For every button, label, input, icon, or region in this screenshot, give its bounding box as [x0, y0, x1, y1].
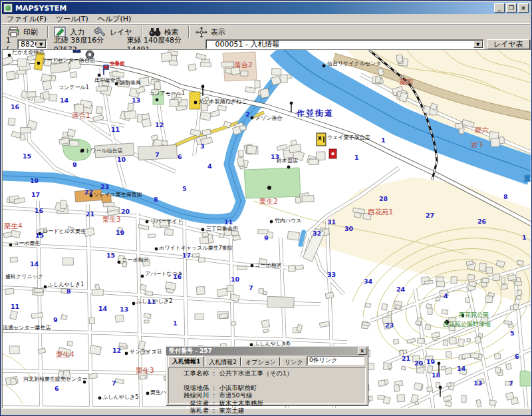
dialog-title: 受付番号 - 257 — [168, 347, 358, 355]
block-number: 32 — [313, 230, 321, 237]
area-label: 岩下 — [470, 140, 485, 148]
building — [501, 284, 508, 290]
building — [148, 234, 155, 238]
block-number: 15 — [35, 232, 44, 239]
maximize-button[interactable]: ❐ — [506, 3, 517, 13]
record-combo[interactable]: 000051 - 入札情報 ▼ — [205, 39, 484, 49]
block-number: 4 — [207, 162, 212, 170]
block-number: 11 — [147, 298, 156, 306]
block-number: 5 — [510, 329, 515, 337]
layer-display-button[interactable]: レイヤ表示 — [487, 39, 530, 49]
building — [281, 75, 287, 83]
building — [442, 310, 448, 314]
bid-info-dialog[interactable]: 受付番号 - 257 × 入札情報1 入札情報2 オプション リンク 0件リンク… — [166, 346, 368, 406]
poi-label: コーポ相沢 — [255, 262, 281, 268]
building — [309, 159, 318, 165]
bus-stop-flag-fill — [104, 66, 108, 69]
block-number: 9 — [264, 234, 269, 242]
block-number: 17 — [182, 252, 191, 259]
poi-label: 竹内ハウス — [275, 218, 302, 224]
area-label: 西花苑1 — [368, 208, 393, 216]
poi-label: ソレイユ栗生保育園 — [94, 192, 142, 198]
window-title: MAPSYSTEM — [15, 4, 493, 13]
block-number: 19 — [116, 229, 124, 236]
block-number: 12 — [112, 347, 121, 354]
building — [504, 321, 512, 325]
block-number: 1 — [381, 136, 386, 144]
building — [396, 55, 403, 63]
building — [495, 367, 501, 373]
navigation-row: 1 / 8826 ▼ 北緯 38度16分07672 東経 140度48分1449… — [2, 39, 530, 49]
block-number: 17 — [31, 191, 40, 198]
building — [288, 265, 295, 272]
building — [267, 296, 295, 308]
block-number: 16 — [173, 273, 182, 280]
menu-tools[interactable]: ツール(T) — [51, 13, 93, 25]
poi-dot — [141, 275, 144, 278]
poi-label: サンライズ荘 — [130, 349, 162, 355]
minimize-button[interactable]: _ — [494, 3, 505, 13]
poi-dot — [44, 286, 47, 289]
tab-bid-info1[interactable]: 入札情報1 — [168, 356, 204, 367]
building — [142, 118, 151, 127]
building — [8, 118, 15, 126]
menu-file[interactable]: ファイル(F) — [2, 13, 51, 25]
chevron-down-icon[interactable]: ▼ — [37, 41, 46, 48]
building — [196, 287, 205, 295]
menu-bar: ファイル(F) ツール(T) ヘルプ(H) — [2, 14, 530, 24]
title-bar[interactable]: MAPSYSTEM _ ❐ × — [2, 2, 530, 14]
building — [271, 69, 281, 76]
poi-dot — [201, 228, 205, 232]
tab-options[interactable]: オプション — [241, 357, 280, 366]
dialog-title-bar[interactable]: 受付番号 - 257 × — [166, 347, 368, 355]
building — [478, 333, 483, 337]
building — [414, 383, 422, 391]
building — [164, 229, 173, 236]
block-number: 9 — [72, 161, 77, 168]
building — [96, 87, 108, 91]
building — [241, 71, 248, 77]
tab-bid-info2[interactable]: 入札情報2 — [205, 357, 241, 366]
building — [428, 308, 432, 314]
poi-label: 調剤薬局 — [120, 80, 141, 86]
building — [17, 59, 27, 67]
bus-stop-label: 交番前 — [109, 61, 125, 67]
block-number: 21 — [86, 210, 94, 218]
poi-dot — [125, 352, 128, 355]
street-label: 作並街道 — [296, 108, 334, 118]
building — [479, 263, 487, 272]
building — [90, 345, 101, 355]
block-number: 12 — [155, 121, 164, 128]
block-number: 21 — [402, 355, 410, 362]
poi-label: コンテール1 — [59, 85, 89, 91]
poi-label: ふしんやしき5 — [102, 394, 138, 400]
page-number-combo[interactable]: 8826 ▼ — [17, 39, 47, 49]
park-corner — [520, 371, 531, 386]
area-label: 栗生2 — [259, 197, 278, 205]
dialog-close-icon[interactable]: × — [358, 347, 366, 355]
building — [482, 278, 489, 283]
building — [43, 91, 49, 99]
building — [382, 304, 388, 310]
menu-help[interactable]: ヘルプ(H) — [93, 13, 136, 25]
building — [21, 128, 31, 133]
building — [140, 375, 146, 379]
block-number: 13 — [473, 379, 482, 387]
building — [365, 303, 371, 308]
poi-dot — [251, 116, 254, 120]
tab-links[interactable]: リンク — [281, 357, 307, 366]
link-count-field[interactable]: 0件リンク — [307, 356, 364, 365]
park-label: 西花苑公園野球場 — [443, 321, 491, 327]
building — [92, 290, 103, 296]
chevron-down-icon[interactable]: ▼ — [473, 41, 483, 48]
building — [67, 341, 72, 346]
building — [70, 72, 77, 78]
area-label: 栗生4 — [4, 222, 23, 230]
building — [466, 261, 473, 266]
building — [198, 258, 205, 263]
block-number: 7 — [155, 151, 160, 158]
poi-dot — [146, 220, 149, 224]
close-button[interactable]: × — [518, 3, 529, 13]
building — [451, 277, 457, 284]
building — [436, 281, 445, 287]
